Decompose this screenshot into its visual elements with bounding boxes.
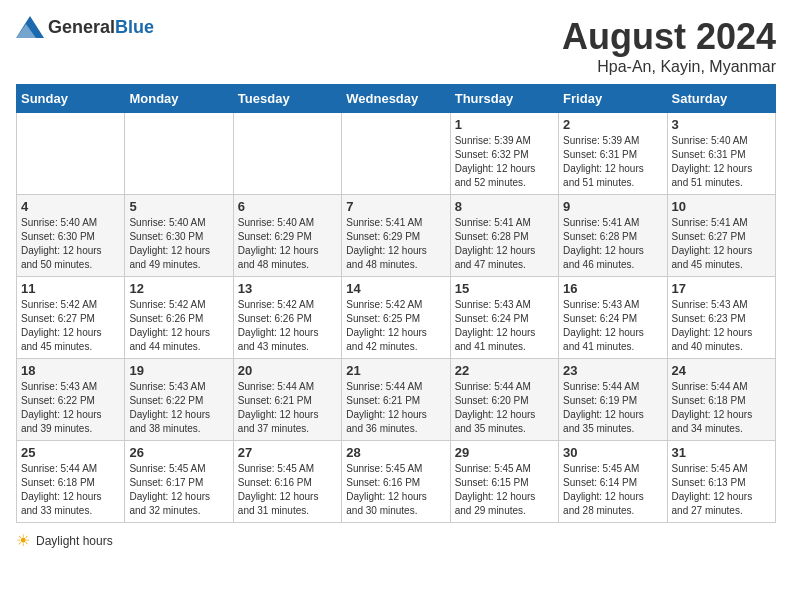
col-header-sunday: Sunday [17,85,125,113]
day-number: 17 [672,281,771,296]
page-header: GeneralBlue August 2024 Hpa-An, Kayin, M… [16,16,776,76]
day-info: Sunrise: 5:42 AMSunset: 6:26 PMDaylight:… [238,298,337,354]
calendar-cell: 17Sunrise: 5:43 AMSunset: 6:23 PMDayligh… [667,277,775,359]
day-number: 4 [21,199,120,214]
calendar-cell: 8Sunrise: 5:41 AMSunset: 6:28 PMDaylight… [450,195,558,277]
day-info: Sunrise: 5:44 AMSunset: 6:21 PMDaylight:… [238,380,337,436]
day-number: 20 [238,363,337,378]
day-info: Sunrise: 5:43 AMSunset: 6:22 PMDaylight:… [129,380,228,436]
calendar-cell: 30Sunrise: 5:45 AMSunset: 6:14 PMDayligh… [559,441,667,523]
col-header-tuesday: Tuesday [233,85,341,113]
col-header-saturday: Saturday [667,85,775,113]
day-info: Sunrise: 5:40 AMSunset: 6:29 PMDaylight:… [238,216,337,272]
day-info: Sunrise: 5:44 AMSunset: 6:19 PMDaylight:… [563,380,662,436]
day-number: 22 [455,363,554,378]
day-info: Sunrise: 5:42 AMSunset: 6:26 PMDaylight:… [129,298,228,354]
title-block: August 2024 Hpa-An, Kayin, Myanmar [562,16,776,76]
day-number: 10 [672,199,771,214]
day-info: Sunrise: 5:40 AMSunset: 6:30 PMDaylight:… [129,216,228,272]
day-number: 3 [672,117,771,132]
day-info: Sunrise: 5:45 AMSunset: 6:14 PMDaylight:… [563,462,662,518]
calendar-cell: 31Sunrise: 5:45 AMSunset: 6:13 PMDayligh… [667,441,775,523]
day-number: 12 [129,281,228,296]
calendar-header-row: SundayMondayTuesdayWednesdayThursdayFrid… [17,85,776,113]
day-number: 13 [238,281,337,296]
calendar-cell: 14Sunrise: 5:42 AMSunset: 6:25 PMDayligh… [342,277,450,359]
calendar-cell: 28Sunrise: 5:45 AMSunset: 6:16 PMDayligh… [342,441,450,523]
day-info: Sunrise: 5:43 AMSunset: 6:24 PMDaylight:… [455,298,554,354]
calendar-table: SundayMondayTuesdayWednesdayThursdayFrid… [16,84,776,523]
day-number: 25 [21,445,120,460]
day-number: 6 [238,199,337,214]
day-info: Sunrise: 5:44 AMSunset: 6:20 PMDaylight:… [455,380,554,436]
day-number: 29 [455,445,554,460]
day-info: Sunrise: 5:43 AMSunset: 6:23 PMDaylight:… [672,298,771,354]
calendar-cell: 5Sunrise: 5:40 AMSunset: 6:30 PMDaylight… [125,195,233,277]
day-number: 9 [563,199,662,214]
col-header-friday: Friday [559,85,667,113]
calendar-cell: 18Sunrise: 5:43 AMSunset: 6:22 PMDayligh… [17,359,125,441]
calendar-cell: 6Sunrise: 5:40 AMSunset: 6:29 PMDaylight… [233,195,341,277]
day-number: 31 [672,445,771,460]
day-number: 5 [129,199,228,214]
day-number: 24 [672,363,771,378]
day-number: 16 [563,281,662,296]
col-header-monday: Monday [125,85,233,113]
day-info: Sunrise: 5:43 AMSunset: 6:24 PMDaylight:… [563,298,662,354]
day-info: Sunrise: 5:41 AMSunset: 6:28 PMDaylight:… [563,216,662,272]
calendar-week-row: 25Sunrise: 5:44 AMSunset: 6:18 PMDayligh… [17,441,776,523]
day-info: Sunrise: 5:45 AMSunset: 6:13 PMDaylight:… [672,462,771,518]
day-number: 23 [563,363,662,378]
day-info: Sunrise: 5:39 AMSunset: 6:31 PMDaylight:… [563,134,662,190]
day-number: 1 [455,117,554,132]
calendar-cell: 23Sunrise: 5:44 AMSunset: 6:19 PMDayligh… [559,359,667,441]
day-number: 21 [346,363,445,378]
calendar-cell: 22Sunrise: 5:44 AMSunset: 6:20 PMDayligh… [450,359,558,441]
day-number: 15 [455,281,554,296]
calendar-cell: 19Sunrise: 5:43 AMSunset: 6:22 PMDayligh… [125,359,233,441]
day-number: 30 [563,445,662,460]
calendar-cell: 11Sunrise: 5:42 AMSunset: 6:27 PMDayligh… [17,277,125,359]
day-info: Sunrise: 5:43 AMSunset: 6:22 PMDaylight:… [21,380,120,436]
day-info: Sunrise: 5:45 AMSunset: 6:16 PMDaylight:… [346,462,445,518]
calendar-week-row: 11Sunrise: 5:42 AMSunset: 6:27 PMDayligh… [17,277,776,359]
calendar-cell: 27Sunrise: 5:45 AMSunset: 6:16 PMDayligh… [233,441,341,523]
calendar-cell: 29Sunrise: 5:45 AMSunset: 6:15 PMDayligh… [450,441,558,523]
day-info: Sunrise: 5:44 AMSunset: 6:21 PMDaylight:… [346,380,445,436]
col-header-wednesday: Wednesday [342,85,450,113]
calendar-cell [233,113,341,195]
col-header-thursday: Thursday [450,85,558,113]
day-info: Sunrise: 5:45 AMSunset: 6:16 PMDaylight:… [238,462,337,518]
calendar-cell: 3Sunrise: 5:40 AMSunset: 6:31 PMDaylight… [667,113,775,195]
calendar-week-row: 4Sunrise: 5:40 AMSunset: 6:30 PMDaylight… [17,195,776,277]
day-info: Sunrise: 5:40 AMSunset: 6:30 PMDaylight:… [21,216,120,272]
footer-label: Daylight hours [36,534,113,548]
day-number: 7 [346,199,445,214]
calendar-cell [125,113,233,195]
day-info: Sunrise: 5:41 AMSunset: 6:27 PMDaylight:… [672,216,771,272]
day-info: Sunrise: 5:40 AMSunset: 6:31 PMDaylight:… [672,134,771,190]
calendar-cell: 24Sunrise: 5:44 AMSunset: 6:18 PMDayligh… [667,359,775,441]
day-number: 8 [455,199,554,214]
day-number: 27 [238,445,337,460]
logo-blue-text: Blue [115,17,154,37]
calendar-cell: 10Sunrise: 5:41 AMSunset: 6:27 PMDayligh… [667,195,775,277]
calendar-cell: 26Sunrise: 5:45 AMSunset: 6:17 PMDayligh… [125,441,233,523]
sun-icon: ☀ [16,531,30,550]
logo-icon [16,16,44,38]
page-subtitle: Hpa-An, Kayin, Myanmar [562,58,776,76]
footer: ☀ Daylight hours [16,531,776,550]
calendar-week-row: 18Sunrise: 5:43 AMSunset: 6:22 PMDayligh… [17,359,776,441]
day-info: Sunrise: 5:41 AMSunset: 6:29 PMDaylight:… [346,216,445,272]
logo: GeneralBlue [16,16,154,38]
calendar-cell: 9Sunrise: 5:41 AMSunset: 6:28 PMDaylight… [559,195,667,277]
calendar-cell: 4Sunrise: 5:40 AMSunset: 6:30 PMDaylight… [17,195,125,277]
calendar-cell: 7Sunrise: 5:41 AMSunset: 6:29 PMDaylight… [342,195,450,277]
calendar-cell: 25Sunrise: 5:44 AMSunset: 6:18 PMDayligh… [17,441,125,523]
logo-general-text: General [48,17,115,37]
calendar-cell: 15Sunrise: 5:43 AMSunset: 6:24 PMDayligh… [450,277,558,359]
day-info: Sunrise: 5:41 AMSunset: 6:28 PMDaylight:… [455,216,554,272]
day-info: Sunrise: 5:45 AMSunset: 6:17 PMDaylight:… [129,462,228,518]
day-info: Sunrise: 5:42 AMSunset: 6:27 PMDaylight:… [21,298,120,354]
day-number: 18 [21,363,120,378]
